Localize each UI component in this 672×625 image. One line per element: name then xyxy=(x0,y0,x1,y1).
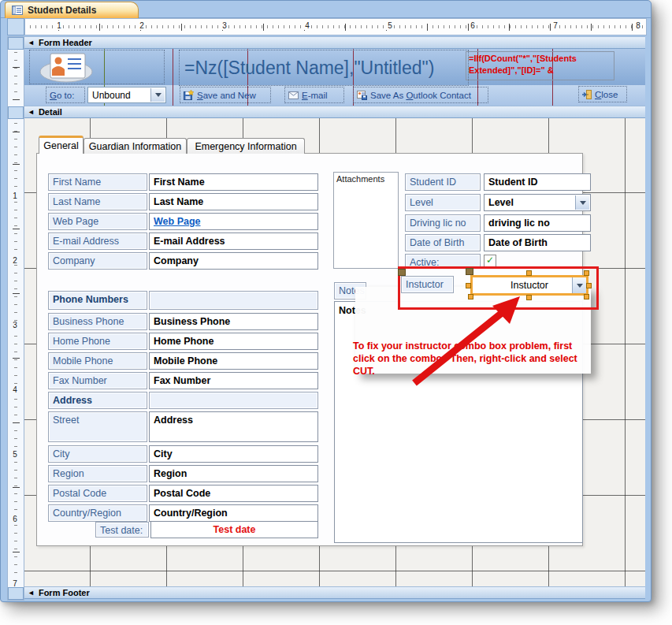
tab-student-details[interactable]: Student Details xyxy=(5,2,139,18)
count-formula-line1: =IIf(DCount("*","[Students xyxy=(469,53,611,65)
instructor-combo-move-handle[interactable] xyxy=(466,268,473,275)
field-fax-number[interactable]: Fax Number xyxy=(149,372,318,389)
label-street: Street xyxy=(48,411,147,442)
email-icon xyxy=(288,91,299,99)
selection-handle-top[interactable] xyxy=(526,270,532,276)
field-country-region[interactable]: Country/Region xyxy=(149,504,318,522)
level-dropdown-button[interactable] xyxy=(575,195,589,210)
label-mobile-phone: Mobile Phone xyxy=(48,352,147,370)
heading-address: Address xyxy=(48,392,147,409)
form-footer-selector[interactable] xyxy=(8,587,24,600)
field-student-id[interactable]: Student ID xyxy=(484,173,591,191)
form-header-bar[interactable]: ◄ Form Header xyxy=(24,36,645,49)
address-spacer xyxy=(149,392,318,409)
ruler-v-number: 2 xyxy=(8,256,22,265)
form-icon xyxy=(12,6,23,15)
selection-handle-top-right[interactable] xyxy=(584,270,589,276)
ruler-corner-box xyxy=(7,18,24,35)
close-door-icon xyxy=(582,90,592,99)
form-header-bar-label: Form Header xyxy=(39,38,92,47)
field-city[interactable]: City xyxy=(149,445,318,463)
ruler-h-number: 5 xyxy=(386,21,394,30)
label-email-address: E-mail Address xyxy=(48,233,147,250)
label-company: Company xyxy=(48,252,147,270)
ruler-h-number: 4 xyxy=(303,21,311,30)
ruler-h-number: 6 xyxy=(469,21,477,30)
field-first-name[interactable]: First Name xyxy=(149,173,318,191)
screenshot-root: Student Details 1 2 3 4 5 6 7 8 1 2 3 4 … xyxy=(0,0,672,625)
outlook-contact-icon xyxy=(357,91,367,100)
goto-combobox[interactable]: Unbound xyxy=(87,87,166,103)
grid-line xyxy=(625,118,626,586)
field-last-name[interactable]: Last Name xyxy=(149,193,318,210)
label-date-of-birth: Date of Birth xyxy=(405,234,481,251)
goto-label: Go to: xyxy=(46,87,85,103)
detail-bar-label: Detail xyxy=(39,107,62,117)
close-button[interactable]: Close xyxy=(578,86,627,102)
save-as-outlook-contact-button[interactable]: Save As Outlook Contact xyxy=(353,87,488,103)
section-arrow-icon: ◄ xyxy=(28,109,35,116)
form-title-textbox[interactable]: =Nz([Student Name],"Untitled") xyxy=(179,50,469,86)
field-home-phone[interactable]: Home Phone xyxy=(149,333,318,350)
instructor-label-move-handle[interactable] xyxy=(398,269,406,276)
count-formula-line2: Extended]","[ID]=" & xyxy=(469,65,611,76)
label-country-region: Country/Region xyxy=(48,504,147,522)
logo-control-box[interactable] xyxy=(29,50,165,84)
ruler-v-number: 4 xyxy=(8,385,22,394)
form-header-selector[interactable] xyxy=(8,37,24,50)
detail-bar[interactable]: ◄ Detail xyxy=(24,106,645,118)
tab-guardian-information[interactable]: Guardian Information xyxy=(84,138,187,154)
tab-general[interactable]: General xyxy=(39,136,84,154)
count-formula-textbox[interactable]: =IIf(DCount("*","[Students Extended]","[… xyxy=(466,51,614,80)
field-date-of-birth[interactable]: Date of Birth xyxy=(484,234,591,251)
section-arrow-icon: ◄ xyxy=(28,590,35,597)
phone-numbers-spacer xyxy=(149,291,318,310)
label-test-date: Test date: xyxy=(95,522,149,538)
selection-handle-left[interactable] xyxy=(466,283,471,288)
field-company[interactable]: Company xyxy=(149,252,318,270)
field-level-combobox[interactable]: Level xyxy=(484,194,591,211)
field-web-page[interactable]: Web Page xyxy=(149,213,318,230)
selection-handle-bottom-right[interactable] xyxy=(584,294,589,299)
detail-selector[interactable] xyxy=(8,106,24,119)
goto-dropdown-button[interactable] xyxy=(150,88,165,102)
ruler-h-number: 1 xyxy=(55,21,63,30)
selection-handle-right[interactable] xyxy=(586,283,592,288)
annotation-arrow-icon xyxy=(347,292,536,403)
label-fax-number: Fax Number xyxy=(48,372,147,389)
label-last-name: Last Name xyxy=(48,193,147,210)
field-test-date[interactable]: Test date xyxy=(150,521,318,538)
grid-line xyxy=(24,571,645,571)
ruler-v-number: 1 xyxy=(8,192,22,200)
field-driving-lic-no[interactable]: driving lic no xyxy=(484,214,591,232)
email-button[interactable]: E-mail xyxy=(284,87,344,103)
field-postal-code[interactable]: Postal Code xyxy=(149,485,318,502)
chevron-down-icon xyxy=(580,201,586,205)
active-checkbox[interactable]: ✓ xyxy=(484,255,496,267)
label-student-id: Student ID xyxy=(405,173,481,191)
tab-emergency-information[interactable]: Emergency Information xyxy=(187,138,305,154)
chevron-down-icon xyxy=(155,93,162,97)
access-document-window: Student Details 1 2 3 4 5 6 7 8 1 2 3 4 … xyxy=(0,0,652,602)
form-footer-bar[interactable]: ◄ Form Footer xyxy=(24,586,645,599)
document-tab-bar: Student Details xyxy=(1,1,651,18)
field-region[interactable]: Region xyxy=(149,465,318,482)
goto-combobox-value: Unbound xyxy=(92,90,131,101)
ruler-h-number: 7 xyxy=(551,21,559,30)
save-and-new-button[interactable]: Save and New xyxy=(180,87,271,103)
label-first-name: First Name xyxy=(48,173,147,191)
field-business-phone[interactable]: Business Phone xyxy=(149,313,318,330)
attachments-control[interactable]: Attachments xyxy=(333,172,399,269)
field-street-address[interactable]: Address xyxy=(149,411,318,442)
label-driving-lic-no: Driving lic no xyxy=(405,214,481,232)
ruler-h-number: 2 xyxy=(138,21,146,30)
horizontal-ruler: 1 2 3 4 5 6 7 8 xyxy=(24,18,647,35)
field-email-address[interactable]: E-mail Address xyxy=(149,233,318,250)
grid-line xyxy=(173,49,173,106)
label-home-phone: Home Phone xyxy=(48,333,147,350)
ruler-v-number: 3 xyxy=(8,321,22,329)
field-mobile-phone[interactable]: Mobile Phone xyxy=(149,352,318,370)
heading-phone-numbers: Phone Numbers xyxy=(48,291,147,310)
label-city: City xyxy=(48,445,147,463)
ruler-v-number: 5 xyxy=(8,450,22,459)
